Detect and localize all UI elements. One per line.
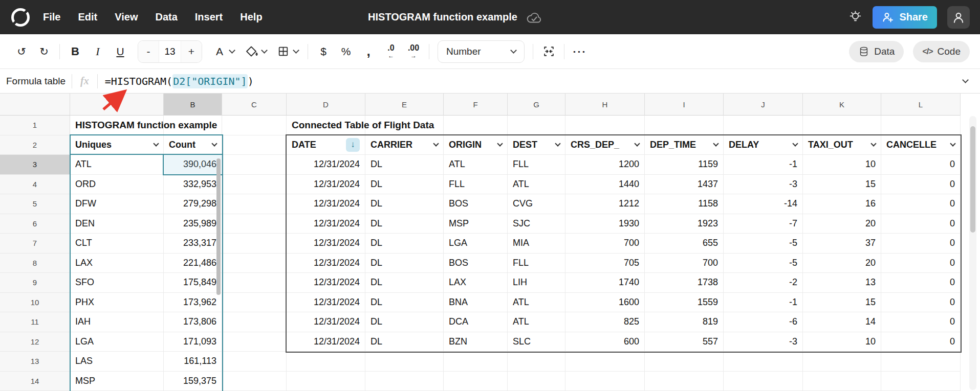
number-format-dropdown[interactable]: Number bbox=[438, 40, 525, 63]
grid-cell[interactable]: 12/31/2024 bbox=[287, 293, 365, 313]
code-panel-button[interactable]: </> Code bbox=[913, 41, 970, 62]
borders-button[interactable] bbox=[277, 45, 298, 58]
column-header[interactable]: E bbox=[365, 94, 444, 116]
grid-cell[interactable]: 233,317 bbox=[164, 234, 222, 254]
row-header[interactable]: 8 bbox=[0, 254, 70, 273]
underline-button[interactable]: U bbox=[109, 41, 132, 62]
table-header-dest[interactable]: DEST bbox=[508, 135, 565, 155]
font-size-decrease-button[interactable]: - bbox=[138, 41, 159, 62]
table-header-dep-time[interactable]: DEP_TIME bbox=[645, 135, 724, 155]
grid-cell[interactable]: -5 bbox=[724, 254, 803, 273]
grid-cell[interactable]: CLT bbox=[70, 234, 164, 254]
grid-cell[interactable] bbox=[803, 116, 881, 135]
grid-cell[interactable] bbox=[222, 194, 287, 214]
grid-cell[interactable]: ATL bbox=[508, 175, 565, 195]
grid-cell[interactable]: SFO bbox=[70, 273, 164, 293]
row-header[interactable]: 6 bbox=[0, 214, 70, 234]
grid-cell[interactable]: 0 bbox=[881, 273, 961, 293]
row-header[interactable]: 12 bbox=[0, 332, 70, 352]
grid-cell[interactable]: 655 bbox=[645, 234, 724, 254]
grid-cell[interactable]: 12/31/2024 bbox=[287, 332, 365, 352]
column-header[interactable]: D bbox=[287, 94, 365, 116]
grid-cell[interactable]: PHX bbox=[70, 293, 164, 313]
column-header[interactable]: H bbox=[565, 94, 645, 116]
grid-cell[interactable] bbox=[222, 352, 287, 372]
grid-cell[interactable] bbox=[222, 332, 287, 352]
document-title[interactable]: HISTOGRAM function example bbox=[368, 11, 517, 23]
grid-cell[interactable] bbox=[508, 372, 565, 391]
grid-cell[interactable]: 12/31/2024 bbox=[287, 312, 365, 332]
decrease-decimals-button[interactable]: .0 ← bbox=[380, 41, 402, 62]
grid-cell[interactable]: 1159 bbox=[645, 155, 724, 175]
grid-cell[interactable]: DL bbox=[365, 194, 444, 214]
sort-descending-icon[interactable]: ↓ bbox=[346, 138, 360, 152]
grid-cell[interactable]: BOS bbox=[444, 194, 508, 214]
font-size-value[interactable]: 13 bbox=[159, 41, 181, 62]
grid-cell[interactable]: DL bbox=[365, 312, 444, 332]
grid-cell[interactable] bbox=[508, 352, 565, 372]
grid-cell[interactable]: DL bbox=[365, 175, 444, 195]
grid-cell[interactable]: 705 bbox=[565, 254, 645, 273]
grid-cell[interactable]: 0 bbox=[881, 254, 961, 273]
grid-cell[interactable]: FLL bbox=[444, 175, 508, 195]
formula-input[interactable]: =HISTOGRAM( D2["ORIGIN"] ) bbox=[105, 74, 254, 88]
grid-cell[interactable]: Connected Table of Flight Data bbox=[287, 116, 365, 135]
grid-cell[interactable]: ATL bbox=[444, 155, 508, 175]
share-button[interactable]: Share bbox=[873, 6, 937, 29]
grid-cell[interactable]: 235,989 bbox=[164, 214, 222, 234]
grid-cell[interactable]: 1437 bbox=[645, 175, 724, 195]
grid-cell[interactable] bbox=[565, 116, 645, 135]
menu-insert[interactable]: Insert bbox=[195, 11, 223, 23]
grid-cell[interactable]: 159,375 bbox=[164, 372, 222, 391]
grid-cell[interactable]: 12/31/2024 bbox=[287, 214, 365, 234]
grid-cell[interactable]: DL bbox=[365, 234, 444, 254]
grid-cell[interactable] bbox=[803, 352, 881, 372]
row-header[interactable]: 7 bbox=[0, 234, 70, 254]
grid-cell[interactable]: 12/31/2024 bbox=[287, 175, 365, 195]
text-color-button[interactable]: A bbox=[213, 41, 234, 62]
table-header-delay[interactable]: DELAY bbox=[724, 135, 803, 155]
grid-cell[interactable]: 0 bbox=[881, 155, 961, 175]
grid-cell[interactable]: LAX bbox=[70, 254, 164, 273]
grid-cell[interactable] bbox=[222, 293, 287, 313]
avatar[interactable] bbox=[947, 6, 970, 29]
formula-expand-chevron-icon[interactable] bbox=[962, 77, 969, 83]
column-header[interactable]: C bbox=[222, 94, 287, 116]
grid-cell[interactable]: FLL bbox=[508, 254, 565, 273]
grid-cell[interactable] bbox=[222, 372, 287, 391]
grid-cell[interactable] bbox=[222, 175, 287, 195]
grid-cell[interactable]: 0 bbox=[881, 194, 961, 214]
grid-cell[interactable]: 15 bbox=[803, 175, 881, 195]
row-header[interactable]: 10 bbox=[0, 293, 70, 313]
grid-cell[interactable]: 332,953 bbox=[164, 175, 222, 195]
grid-cell[interactable]: 1559 bbox=[645, 293, 724, 313]
table-header-date[interactable]: DATE↓ bbox=[287, 135, 365, 155]
grid-cell[interactable] bbox=[724, 372, 803, 391]
grid-cell[interactable] bbox=[365, 372, 444, 391]
grid-cell[interactable] bbox=[565, 372, 645, 391]
grid-cell[interactable]: MIA bbox=[508, 234, 565, 254]
grid-cell[interactable]: DCA bbox=[444, 312, 508, 332]
grid-cell[interactable] bbox=[881, 116, 961, 135]
grid-cell[interactable]: 20 bbox=[803, 254, 881, 273]
column-header[interactable]: B bbox=[164, 94, 222, 116]
menu-file[interactable]: File bbox=[43, 11, 60, 23]
column-header[interactable]: J bbox=[724, 94, 803, 116]
grid-cell[interactable] bbox=[444, 352, 508, 372]
row-header[interactable]: 13 bbox=[0, 352, 70, 372]
grid-cell[interactable]: 819 bbox=[645, 312, 724, 332]
table-header-uniques[interactable]: Uniques bbox=[70, 135, 164, 155]
grid-cell[interactable]: 15 bbox=[803, 293, 881, 313]
grid-cell[interactable] bbox=[222, 116, 287, 135]
percent-format-button[interactable]: % bbox=[335, 41, 357, 62]
row-header[interactable]: 9 bbox=[0, 273, 70, 293]
grid-cell[interactable]: 12/31/2024 bbox=[287, 155, 365, 175]
grid-cell[interactable] bbox=[645, 352, 724, 372]
grid-cell[interactable] bbox=[724, 352, 803, 372]
grid-cell[interactable]: DL bbox=[365, 254, 444, 273]
grid-cell[interactable]: 10 bbox=[803, 155, 881, 175]
grid-cell[interactable] bbox=[444, 116, 508, 135]
grid-cell[interactable]: -14 bbox=[724, 194, 803, 214]
grid-cell[interactable] bbox=[222, 312, 287, 332]
comma-format-button[interactable]: , bbox=[357, 41, 380, 62]
